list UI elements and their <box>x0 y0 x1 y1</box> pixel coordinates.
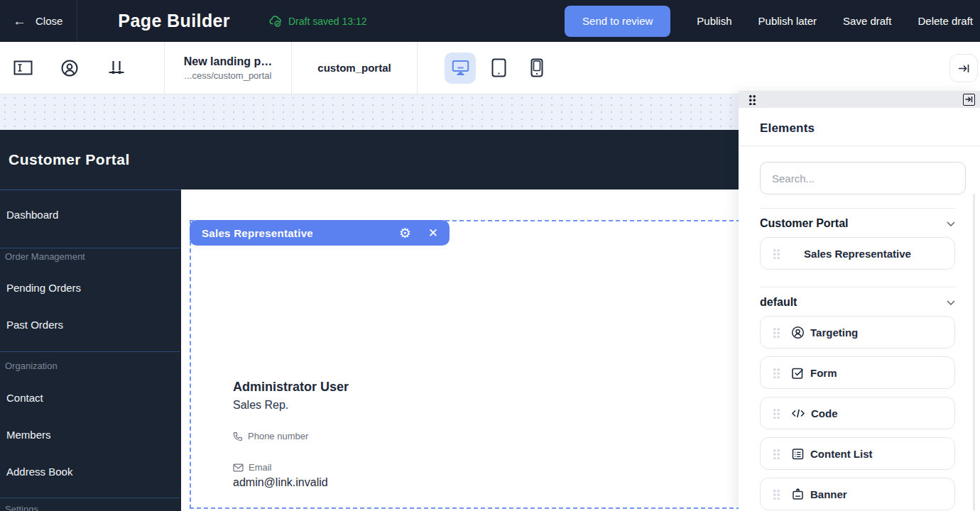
page-name: New landing p… <box>184 55 272 68</box>
selected-element-label[interactable]: Sales Representative ⚙ ✕ <box>190 220 450 246</box>
rep-phone-row: Phone number <box>233 431 349 441</box>
save-draft-button[interactable]: Save draft <box>843 15 891 27</box>
sidebar-divider <box>0 498 180 498</box>
section-divider <box>760 287 955 287</box>
app-title: Page Builder <box>118 11 230 31</box>
sliders-icon[interactable] <box>102 54 131 82</box>
element-cards: Targeting Form <box>760 309 980 510</box>
chevron-down-icon <box>947 221 955 226</box>
toolbar-divider <box>417 42 418 94</box>
element-close-icon[interactable]: ✕ <box>428 227 438 239</box>
drag-handle-icon[interactable] <box>773 449 780 459</box>
form-icon <box>791 366 805 380</box>
close-button[interactable]: Close <box>36 15 62 27</box>
sidebar-item-past-orders[interactable]: Past Orders <box>6 319 63 331</box>
portal-content: Sales Representative ⚙ ✕ Administrator U… <box>181 189 739 511</box>
element-card-content-list[interactable]: Content List <box>760 437 955 470</box>
tab-custom-portal[interactable]: custom_portal <box>292 62 417 74</box>
topbar-divider <box>77 0 77 42</box>
delete-draft-button[interactable]: Delete draft <box>918 15 973 27</box>
element-label: Banner <box>810 488 847 500</box>
element-card-form[interactable]: Form <box>760 356 955 389</box>
sales-rep-card: Administrator User Sales Rep. Phone numb… <box>233 379 349 489</box>
sidebar-item-address-book[interactable]: Address Book <box>6 466 72 478</box>
sidebar-item-members[interactable]: Members <box>6 429 51 441</box>
targeting-icon <box>791 326 805 339</box>
drag-handle-icon[interactable] <box>773 489 780 500</box>
selected-element-outline[interactable]: Sales Representative ⚙ ✕ Administrator U… <box>190 220 741 509</box>
panel-collapse-icon[interactable] <box>963 94 975 106</box>
content-list-icon <box>791 447 805 461</box>
drag-handle-icon[interactable] <box>773 408 780 419</box>
topbar: ← Close Page Builder Draft saved 13:12 S… <box>0 0 980 42</box>
rep-email-label: Email <box>249 462 272 473</box>
sidebar-item-contact[interactable]: Contact <box>6 392 43 404</box>
draft-status: Draft saved 13:12 <box>269 15 367 28</box>
portal-sidebar: Dashboard Order Management Pending Order… <box>0 189 181 511</box>
section-title: default <box>760 296 797 309</box>
chevron-down-icon <box>947 300 955 305</box>
element-label: Content List <box>810 448 873 460</box>
phone-preview-button[interactable] <box>521 53 552 84</box>
back-arrow-icon[interactable]: ← <box>13 13 26 29</box>
publish-button[interactable]: Publish <box>697 15 731 27</box>
rep-phone-label: Phone number <box>248 431 308 441</box>
rep-email-row: Email <box>233 462 349 473</box>
section-title: Customer Portal <box>760 217 848 230</box>
element-card-code[interactable]: Code <box>760 397 955 429</box>
tablet-preview-button[interactable] <box>483 53 514 84</box>
code-icon <box>791 407 805 419</box>
element-label: Targeting <box>810 326 858 339</box>
element-label: Form <box>810 367 837 379</box>
rep-email-value: admin@link.invalid <box>233 476 349 489</box>
element-card-banner[interactable]: Banner <box>760 478 955 510</box>
element-card-targeting[interactable]: Targeting <box>760 316 955 348</box>
element-label: Sales Representative <box>761 248 954 260</box>
drag-handle-icon[interactable] <box>773 368 780 378</box>
sidebar-label-settings: Settings <box>5 504 38 511</box>
panel-body: Customer Portal Sales Representative def… <box>739 146 980 510</box>
panel-scrollbar[interactable] <box>973 194 975 511</box>
section-divider <box>760 208 955 209</box>
element-settings-gear-icon[interactable]: ⚙ <box>399 226 411 240</box>
canvas: Customer Portal Dashboard Order Manageme… <box>0 94 739 511</box>
panel-title: Elements <box>739 108 980 136</box>
editor-toolbar: New landing p… ...cess/custom_portal cus… <box>0 42 980 94</box>
draft-status-text: Draft saved 13:12 <box>288 16 367 27</box>
device-preview-switcher <box>445 53 552 84</box>
page-builder-window: ← Close Page Builder Draft saved 13:12 S… <box>0 0 980 511</box>
panel-dragbar[interactable] <box>739 91 980 108</box>
drag-handle-icon[interactable] <box>773 327 780 338</box>
cloud-check-icon <box>269 15 283 28</box>
page-path: ...cess/custom_portal <box>185 70 272 81</box>
email-icon <box>233 463 244 472</box>
portal-title: Customer Portal <box>0 151 130 168</box>
rep-role: Sales Rep. <box>233 397 349 413</box>
page-preview: Customer Portal Dashboard Order Manageme… <box>0 130 739 511</box>
page-selector[interactable]: New landing p… ...cess/custom_portal <box>165 55 291 81</box>
section-customer-portal[interactable]: Customer Portal <box>760 217 955 230</box>
banner-icon <box>791 488 805 501</box>
publish-later-button[interactable]: Publish later <box>758 15 817 27</box>
search-input[interactable] <box>760 162 966 194</box>
portal-body: Dashboard Order Management Pending Order… <box>0 189 739 511</box>
sidebar-item-pending-orders[interactable]: Pending Orders <box>6 282 81 294</box>
element-label: Code <box>811 407 838 419</box>
desktop-preview-button[interactable] <box>445 53 476 84</box>
profile-icon[interactable] <box>55 54 84 82</box>
section-default[interactable]: default <box>760 296 955 309</box>
panel-drag-handle-icon[interactable] <box>748 94 756 105</box>
collapse-panel-button[interactable] <box>949 54 978 82</box>
elements-panel: Elements Customer Portal Sales Represent… <box>739 91 980 511</box>
portal-header: Customer Portal <box>0 130 739 189</box>
sidebar-item-dashboard[interactable]: Dashboard <box>6 209 58 221</box>
send-to-review-button[interactable]: Send to review <box>565 6 670 37</box>
rep-name: Administrator User <box>233 379 349 395</box>
sidebar-label-order-management: Order Management <box>5 251 85 262</box>
sidebar-divider <box>0 351 180 352</box>
element-card-sales-representative[interactable]: Sales Representative <box>760 237 955 270</box>
sidebar-label-organization: Organization <box>5 361 58 371</box>
sidebar-divider <box>0 248 180 248</box>
selected-element-name: Sales Representative <box>202 227 313 239</box>
text-field-icon[interactable] <box>9 54 37 82</box>
